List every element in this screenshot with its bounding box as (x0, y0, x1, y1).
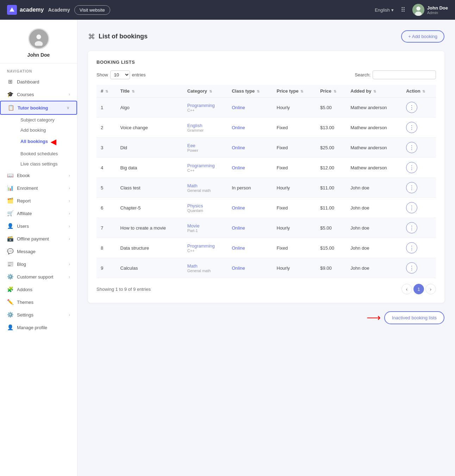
topnav: academy Academy Visit website English ▾ … (0, 0, 455, 20)
sidebar-item-customer-support[interactable]: ⚙️ Customer support › (0, 270, 77, 283)
sidebar-item-label: Customer support (17, 274, 65, 280)
add-booking-button[interactable]: + Add booking (401, 30, 444, 43)
chevron-right-icon: › (69, 173, 70, 177)
language-selector[interactable]: English ▾ (375, 7, 394, 13)
next-page-button[interactable]: › (425, 284, 436, 294)
page-title-area: ⌘ List of bookings (88, 32, 148, 41)
show-entries: Show 10 25 50 100 entries (96, 70, 146, 79)
tutor-booking-icon: 📋 (8, 105, 14, 111)
col-added-by: Added by ⇅ (346, 85, 402, 98)
cell-category: Math General math (183, 258, 228, 278)
sidebar-item-affiliate[interactable]: 🛒 Affiliate › (0, 207, 77, 220)
sidebar-item-manage-profile[interactable]: 👤 Manage profile (0, 321, 77, 334)
category-main: Eee (187, 143, 224, 148)
sidebar-item-label: Settings (17, 312, 65, 318)
action-button[interactable]: ⋮ (406, 202, 417, 213)
sidebar-username: John Doe (27, 52, 50, 58)
sidebar-sub-add-booking[interactable]: Add booking (17, 125, 77, 135)
sidebar-item-courses[interactable]: 🎓 Courses › (0, 88, 77, 101)
sidebar-item-ebook[interactable]: 📖 Ebook › (0, 169, 77, 182)
category-main: Physics (187, 203, 224, 208)
sidebar-item-label: Dashboard (17, 79, 70, 84)
sidebar-item-themes[interactable]: ✏️ Themes (0, 296, 77, 308)
action-button[interactable]: ⋮ (406, 182, 417, 193)
affiliate-icon: 🛒 (7, 210, 13, 217)
class-type-value: Online (232, 125, 245, 130)
page-1-button[interactable]: 1 (413, 284, 424, 294)
cell-num: 6 (96, 198, 116, 218)
chevron-right-icon: › (69, 211, 70, 215)
visit-website-button[interactable]: Visit website (74, 5, 110, 15)
sidebar-item-enrolment[interactable]: 📊 Enrolment › (0, 182, 77, 194)
category-main: English (187, 123, 224, 128)
sidebar-item-tutor-booking[interactable]: 📋 Tutor booking ∨ (0, 101, 77, 115)
cell-action: ⋮ (402, 258, 436, 278)
cell-class-type: Online (228, 98, 272, 118)
search-input[interactable] (373, 70, 436, 79)
user-info: John Doe Admin (427, 5, 448, 15)
cell-num: 3 (96, 138, 116, 158)
sidebar-sub-live-class-settings[interactable]: Live class settings (17, 159, 77, 169)
cell-class-type: Online (228, 118, 272, 138)
action-button[interactable]: ⋮ (406, 162, 417, 173)
cell-num: 5 (96, 178, 116, 198)
cell-category: English Grammer (183, 118, 228, 138)
sidebar-item-report[interactable]: 🗂️ Report › (0, 194, 77, 207)
cell-added-by: John doe (346, 258, 402, 278)
sidebar-item-label: Addons (17, 287, 70, 292)
sidebar-item-users[interactable]: 👤 Users › (0, 220, 77, 232)
sidebar-item-label: Ebook (17, 173, 65, 178)
cell-price: $25.00 (316, 138, 346, 158)
customer-support-icon: ⚙️ (7, 274, 13, 280)
cell-action: ⋮ (402, 218, 436, 238)
action-button[interactable]: ⋮ (406, 102, 417, 113)
class-type-value: Online (232, 205, 245, 211)
cell-title: Calculas (116, 258, 183, 278)
cell-added-by: John doe (346, 218, 402, 238)
grid-icon[interactable]: ⠿ (401, 6, 405, 14)
sidebar-item-addons[interactable]: 🧩 Addons (0, 283, 77, 296)
inactived-booking-lists-button[interactable]: Inactived booking lists (384, 311, 444, 324)
cell-added-by: Mathew anderson (346, 138, 402, 158)
action-button[interactable]: ⋮ (406, 242, 417, 253)
sidebar-item-offline-payment[interactable]: 🗃️ Offline payment › (0, 232, 77, 245)
category-main: Programming (187, 103, 224, 108)
sidebar-item-blog[interactable]: 📰 Blog › (0, 258, 77, 270)
cell-added-by: John doe (346, 238, 402, 258)
sidebar-sub-booked-schedules[interactable]: Booked schedules (17, 149, 77, 159)
category-sub: General math (187, 188, 224, 193)
sidebar-item-label: Tutor booking (18, 105, 63, 111)
topnav-right: English ▾ ⠿ John Doe Admin (375, 4, 448, 16)
cell-price-type: Hourly (273, 258, 316, 278)
cell-title: Dld (116, 138, 183, 158)
action-button[interactable]: ⋮ (406, 262, 417, 274)
prev-page-button[interactable]: ‹ (401, 284, 412, 294)
cell-price-type: Fixed (273, 238, 316, 258)
sidebar-item-message[interactable]: 💬 Message (0, 245, 77, 258)
cell-added-by: Mathew anderson (346, 158, 402, 178)
table-header: # ⇅ Title ⇅ Category ⇅ Class type ⇅ Pric… (96, 85, 436, 98)
class-type-value: Online (232, 265, 245, 271)
sidebar-item-dashboard[interactable]: ⊞ Dashboard (0, 75, 77, 88)
action-button[interactable]: ⋮ (406, 122, 417, 133)
red-arrow-icon: ⟶ (367, 312, 381, 324)
category-main: Programming (187, 163, 224, 168)
sidebar-item-settings[interactable]: ⚙️ Settings › (0, 308, 77, 321)
col-price: Price ⇅ (316, 85, 346, 98)
sidebar-sub-subject-category[interactable]: Subject category (17, 115, 77, 125)
action-button[interactable]: ⋮ (406, 142, 417, 153)
table-row: 5 Class test Math General math In person… (96, 178, 436, 198)
cell-num: 1 (96, 98, 116, 118)
action-button[interactable]: ⋮ (406, 222, 417, 233)
cell-added-by: John doe (346, 178, 402, 198)
cell-action: ⋮ (402, 118, 436, 138)
sidebar-sub-all-bookings[interactable]: All bookings ◀ (17, 135, 77, 149)
entries-select[interactable]: 10 25 50 100 (110, 70, 130, 79)
cell-class-type: Online (228, 138, 272, 158)
cell-category: Programming C++ (183, 238, 228, 258)
logo-icon (7, 5, 17, 15)
user-menu[interactable]: John Doe Admin (412, 4, 448, 16)
cell-action: ⋮ (402, 98, 436, 118)
table-row: 1 Algo Programming C++ Online Hourly $5.… (96, 98, 436, 118)
col-price-type: Price type ⇅ (273, 85, 316, 98)
